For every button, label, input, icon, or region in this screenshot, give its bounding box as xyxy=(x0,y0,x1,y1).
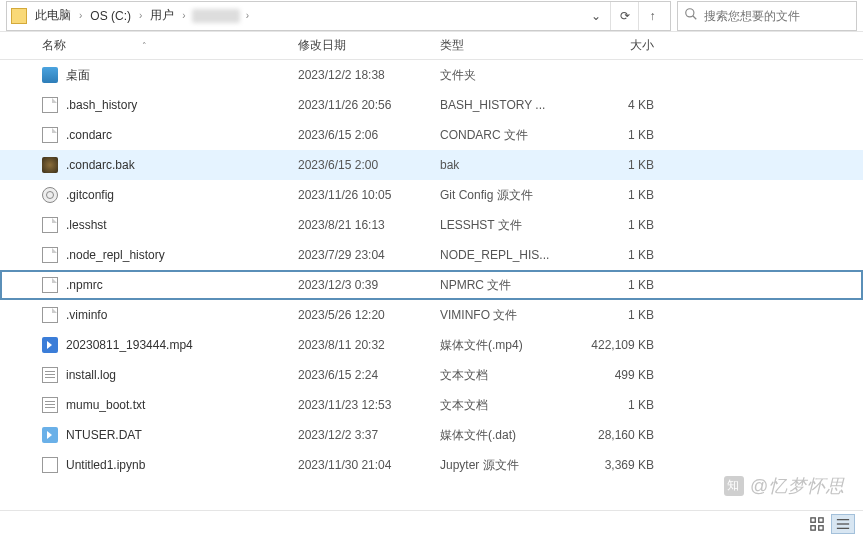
file-size: 1 KB xyxy=(566,128,664,142)
file-date: 2023/11/26 10:05 xyxy=(298,188,440,202)
file-icon xyxy=(42,217,58,233)
file-type: 媒体文件(.dat) xyxy=(440,427,566,444)
chevron-right-icon[interactable]: › xyxy=(240,10,255,21)
file-date: 2023/6/15 2:06 xyxy=(298,128,440,142)
file-name: .npmrc xyxy=(66,278,103,292)
file-date: 2023/6/15 2:24 xyxy=(298,368,440,382)
file-icon xyxy=(42,127,58,143)
file-size: 422,109 KB xyxy=(566,338,664,352)
file-row[interactable]: .node_repl_history2023/7/29 23:04NODE_RE… xyxy=(0,240,863,270)
chevron-right-icon[interactable]: › xyxy=(133,10,148,21)
file-date: 2023/11/23 12:53 xyxy=(298,398,440,412)
chevron-right-icon[interactable]: › xyxy=(176,10,191,21)
file-name: NTUSER.DAT xyxy=(66,428,142,442)
file-icon xyxy=(42,97,58,113)
file-row[interactable]: .condarc.bak2023/6/15 2:00bak1 KB xyxy=(0,150,863,180)
file-type: Jupyter 源文件 xyxy=(440,457,566,474)
text-icon xyxy=(42,397,58,413)
view-thumbnails-button[interactable] xyxy=(805,514,829,534)
file-size: 1 KB xyxy=(566,248,664,262)
search-box[interactable] xyxy=(677,1,857,31)
file-name: Untitled1.ipynb xyxy=(66,458,145,472)
view-details-button[interactable] xyxy=(831,514,855,534)
address-toolbar: 此电脑 › OS (C:) › 用户 › › ⌄ ⟳ ↑ xyxy=(0,0,863,32)
svg-rect-2 xyxy=(811,517,815,521)
file-size: 1 KB xyxy=(566,188,664,202)
file-icon xyxy=(42,247,58,263)
file-name: .gitconfig xyxy=(66,188,114,202)
status-bar xyxy=(0,510,863,536)
chevron-right-icon[interactable]: › xyxy=(73,10,88,21)
svg-rect-4 xyxy=(811,525,815,529)
file-name: install.log xyxy=(66,368,116,382)
file-date: 2023/12/2 3:37 xyxy=(298,428,440,442)
chevron-down-icon[interactable]: ⌄ xyxy=(582,2,610,30)
file-type: 文件夹 xyxy=(440,67,566,84)
file-row[interactable]: .condarc2023/6/15 2:06CONDARC 文件1 KB xyxy=(0,120,863,150)
svg-rect-3 xyxy=(819,517,823,521)
file-size: 1 KB xyxy=(566,218,664,232)
file-row[interactable]: NTUSER.DAT2023/12/2 3:37媒体文件(.dat)28,160… xyxy=(0,420,863,450)
file-size: 28,160 KB xyxy=(566,428,664,442)
desktop-icon xyxy=(42,67,58,83)
file-date: 2023/11/30 21:04 xyxy=(298,458,440,472)
sort-indicator-icon: ˄ xyxy=(142,41,147,51)
up-icon[interactable]: ↑ xyxy=(638,2,666,30)
file-type: NPMRC 文件 xyxy=(440,277,566,294)
column-header-type[interactable]: 类型 xyxy=(440,37,566,54)
file-name: .viminfo xyxy=(66,308,107,322)
file-type: 媒体文件(.mp4) xyxy=(440,337,566,354)
file-date: 2023/12/3 0:39 xyxy=(298,278,440,292)
file-row[interactable]: 20230811_193444.mp42023/8/11 20:32媒体文件(.… xyxy=(0,330,863,360)
file-date: 2023/7/29 23:04 xyxy=(298,248,440,262)
file-size: 499 KB xyxy=(566,368,664,382)
file-row[interactable]: .lesshst2023/8/21 16:13LESSHST 文件1 KB xyxy=(0,210,863,240)
svg-line-1 xyxy=(693,16,697,20)
file-type: 文本文档 xyxy=(440,367,566,384)
file-row[interactable]: .npmrc2023/12/3 0:39NPMRC 文件1 KB xyxy=(0,270,863,300)
column-header-name[interactable]: 名称˄ xyxy=(42,37,298,54)
file-name: .bash_history xyxy=(66,98,137,112)
breadcrumb-item-blurred[interactable] xyxy=(192,9,240,23)
file-row[interactable]: .viminfo2023/5/26 12:20VIMINFO 文件1 KB xyxy=(0,300,863,330)
file-type: Git Config 源文件 xyxy=(440,187,566,204)
breadcrumb-item[interactable]: OS (C:) xyxy=(88,9,133,23)
file-size: 1 KB xyxy=(566,158,664,172)
column-header-size[interactable]: 大小 xyxy=(566,37,664,54)
column-headers: 名称˄ 修改日期 类型 大小 xyxy=(0,32,863,60)
file-size: 4 KB xyxy=(566,98,664,112)
breadcrumb-item[interactable]: 用户 xyxy=(148,7,176,24)
file-row[interactable]: 桌面2023/12/2 18:38文件夹 xyxy=(0,60,863,90)
refresh-icon[interactable]: ⟳ xyxy=(610,2,638,30)
file-size: 1 KB xyxy=(566,278,664,292)
file-date: 2023/6/15 2:00 xyxy=(298,158,440,172)
file-row[interactable]: mumu_boot.txt2023/11/23 12:53文本文档1 KB xyxy=(0,390,863,420)
breadcrumb[interactable]: 此电脑 › OS (C:) › 用户 › › ⌄ ⟳ ↑ xyxy=(6,1,671,31)
file-row[interactable]: .bash_history2023/11/26 20:56BASH_HISTOR… xyxy=(0,90,863,120)
svg-point-0 xyxy=(686,9,694,17)
file-date: 2023/12/2 18:38 xyxy=(298,68,440,82)
file-type: 文本文档 xyxy=(440,397,566,414)
file-row[interactable]: install.log2023/6/15 2:24文本文档499 KB xyxy=(0,360,863,390)
column-header-date[interactable]: 修改日期 xyxy=(298,37,440,54)
file-date: 2023/5/26 12:20 xyxy=(298,308,440,322)
svg-rect-5 xyxy=(819,525,823,529)
file-name: .condarc xyxy=(66,128,112,142)
file-row[interactable]: Untitled1.ipynb2023/11/30 21:04Jupyter 源… xyxy=(0,450,863,480)
breadcrumb-item[interactable]: 此电脑 xyxy=(33,7,73,24)
dat-icon xyxy=(42,427,58,443)
file-date: 2023/8/11 20:32 xyxy=(298,338,440,352)
search-icon xyxy=(684,7,698,24)
file-name: 桌面 xyxy=(66,67,90,84)
file-type: CONDARC 文件 xyxy=(440,127,566,144)
file-size: 1 KB xyxy=(566,308,664,322)
file-name: .condarc.bak xyxy=(66,158,135,172)
file-list[interactable]: 桌面2023/12/2 18:38文件夹.bash_history2023/11… xyxy=(0,60,863,508)
file-date: 2023/8/21 16:13 xyxy=(298,218,440,232)
bak-icon xyxy=(42,157,58,173)
file-name: .lesshst xyxy=(66,218,107,232)
file-type: VIMINFO 文件 xyxy=(440,307,566,324)
file-row[interactable]: .gitconfig2023/11/26 10:05Git Config 源文件… xyxy=(0,180,863,210)
gear-icon xyxy=(42,187,58,203)
search-input[interactable] xyxy=(704,9,854,23)
